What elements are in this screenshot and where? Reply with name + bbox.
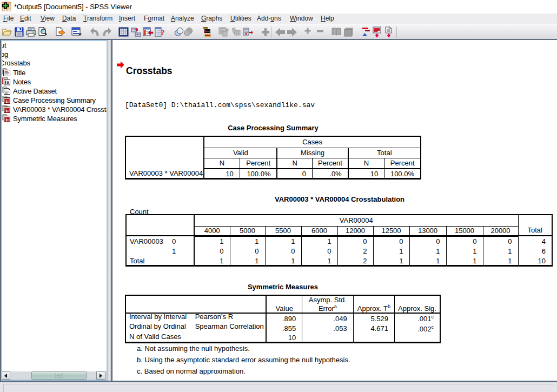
- svg-text:?: ?: [161, 28, 165, 36]
